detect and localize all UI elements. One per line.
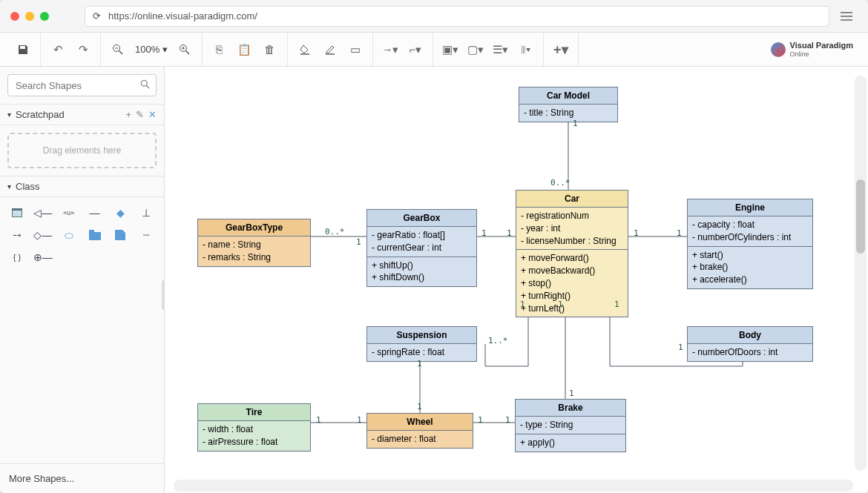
class-wheel[interactable]: Wheel - diameter : float bbox=[366, 413, 473, 449]
shape-ellipse[interactable]: ⬭ bbox=[59, 227, 79, 243]
zoom-in-button[interactable] bbox=[174, 39, 196, 61]
class-car-model[interactable]: Car Model - title : String bbox=[519, 87, 618, 122]
class-op: + shiftUp() bbox=[372, 259, 472, 272]
class-attr: - numberOfDoors : int bbox=[692, 346, 808, 359]
svg-point-9 bbox=[141, 80, 147, 86]
class-suspension[interactable]: Suspension - springRate : float bbox=[366, 326, 477, 362]
window-controls[interactable] bbox=[10, 12, 49, 21]
add-button[interactable]: +▾ bbox=[550, 39, 572, 61]
connector-style-button[interactable]: →▾ bbox=[379, 39, 401, 61]
add-icon[interactable]: + bbox=[125, 109, 131, 120]
redo-button[interactable]: ↷ bbox=[72, 39, 94, 61]
class-attr: - springRate : float bbox=[372, 346, 472, 359]
scratchpad-dropzone[interactable]: Drag elements here bbox=[7, 133, 157, 168]
multiplicity: 1 bbox=[507, 228, 512, 238]
collapse-icon[interactable]: ▾ bbox=[7, 110, 11, 119]
scratchpad-header[interactable]: ▾ Scratchpad + ✎ ✕ bbox=[0, 104, 164, 125]
reload-icon[interactable]: ⟳ bbox=[93, 10, 101, 21]
maximize-window-icon[interactable] bbox=[40, 12, 49, 21]
multiplicity: 1..* bbox=[488, 336, 508, 345]
shape-interface-ball[interactable]: ⊥ bbox=[137, 205, 156, 221]
multiplicity: 1 bbox=[505, 415, 510, 425]
align-button[interactable]: ☰▾ bbox=[490, 39, 512, 61]
shape-required-interface[interactable]: ⊕— bbox=[33, 249, 53, 265]
shape-note[interactable] bbox=[111, 227, 130, 243]
class-op: + moveForward() bbox=[521, 252, 623, 265]
class-attr: - remarks : String bbox=[203, 251, 306, 264]
to-back-button[interactable]: ▢▾ bbox=[464, 39, 487, 61]
class-engine[interactable]: Engine - capacity : float - numberOfCyli… bbox=[687, 199, 813, 289]
close-icon[interactable]: ✕ bbox=[148, 109, 157, 120]
shape-usage[interactable]: «u» bbox=[59, 205, 79, 221]
shape-dependency[interactable]: ⤍ bbox=[7, 227, 27, 243]
undo-button[interactable]: ↶ bbox=[47, 39, 69, 61]
multiplicity: 1 bbox=[478, 415, 483, 425]
search-icon[interactable] bbox=[140, 79, 151, 93]
logo-icon bbox=[771, 42, 786, 57]
shape-class[interactable] bbox=[7, 205, 27, 221]
multiplicity: 1 bbox=[316, 415, 321, 425]
shape-package[interactable] bbox=[85, 227, 105, 243]
shape-anchor[interactable]: ┈ bbox=[137, 227, 156, 243]
fill-color-button[interactable] bbox=[294, 39, 316, 61]
browser-bar: ⟳ https://online.visual-paradigm.com/ bbox=[0, 0, 868, 33]
svg-line-1 bbox=[119, 50, 123, 54]
multiplicity: 1 bbox=[677, 228, 682, 238]
delete-button[interactable]: 🗑 bbox=[259, 39, 281, 61]
svg-rect-12 bbox=[89, 230, 94, 233]
to-front-button[interactable]: ▣▾ bbox=[439, 39, 461, 61]
url-bar[interactable]: ⟳ https://online.visual-paradigm.com/ bbox=[85, 6, 829, 27]
class-tire[interactable]: Tire - width : float - airPressure : flo… bbox=[197, 403, 311, 451]
class-attr: - currentGear : int bbox=[372, 242, 472, 254]
collapse-icon[interactable]: ▾ bbox=[7, 182, 11, 191]
svg-rect-7 bbox=[300, 53, 309, 55]
multiplicity: 1 bbox=[634, 228, 639, 238]
svg-rect-11 bbox=[89, 232, 101, 240]
horizontal-scrollbar[interactable] bbox=[174, 480, 853, 492]
class-title: Body bbox=[688, 327, 812, 344]
svg-rect-8 bbox=[326, 53, 335, 55]
shape-association[interactable]: — bbox=[85, 205, 105, 221]
distribute-button[interactable]: ⫴▾ bbox=[515, 39, 537, 61]
canvas[interactable]: Car Model - title : String 1 0..* GearBo… bbox=[165, 67, 868, 493]
class-op: + turnRight() bbox=[521, 290, 623, 302]
class-palette-header[interactable]: ▾ Class bbox=[0, 176, 164, 197]
class-title: Wheel bbox=[367, 414, 473, 431]
copy-button[interactable]: ⎘ bbox=[208, 39, 231, 61]
class-title: Car Model bbox=[519, 87, 617, 105]
shadow-button[interactable]: ▭ bbox=[344, 39, 366, 61]
class-brake[interactable]: Brake - type : String + apply() bbox=[515, 399, 626, 452]
shape-diamond[interactable]: ◆ bbox=[111, 205, 130, 221]
shape-constraint[interactable]: { } bbox=[7, 249, 27, 265]
more-shapes-link[interactable]: More Shapes... bbox=[0, 463, 164, 493]
multiplicity: 1 bbox=[678, 343, 683, 352]
shape-generalization[interactable]: ◁— bbox=[33, 205, 53, 221]
brand-logo[interactable]: Visual ParadigmOnline bbox=[771, 42, 862, 58]
save-button[interactable] bbox=[12, 39, 34, 61]
class-op: + moveBackward() bbox=[521, 265, 623, 277]
multiplicity: 1 bbox=[357, 415, 362, 425]
class-attr: - gearRatio : float[] bbox=[372, 229, 472, 242]
class-gearbox[interactable]: GearBox - gearRatio : float[] - currentG… bbox=[366, 209, 477, 287]
waypoint-style-button[interactable]: ⌐▾ bbox=[404, 39, 427, 61]
class-body[interactable]: Body - numberOfDoors : int bbox=[687, 326, 813, 362]
class-title: GearBoxType bbox=[198, 219, 310, 236]
class-title: Suspension bbox=[367, 327, 476, 344]
minimize-window-icon[interactable] bbox=[25, 12, 34, 21]
class-attr: - airPressure : float bbox=[203, 436, 306, 449]
menu-icon[interactable] bbox=[835, 6, 858, 27]
class-title: Tire bbox=[198, 404, 310, 421]
line-color-button[interactable] bbox=[319, 39, 341, 61]
vertical-scrollbar[interactable] bbox=[855, 76, 867, 471]
paste-button[interactable]: 📋 bbox=[234, 39, 256, 61]
class-gearboxtype[interactable]: GearBoxType - name : String - remarks : … bbox=[197, 219, 311, 267]
search-input[interactable] bbox=[7, 74, 157, 96]
shape-aggregation[interactable]: ◇— bbox=[33, 227, 53, 243]
class-car[interactable]: Car - registrationNum - year : int - lic… bbox=[516, 190, 628, 317]
multiplicity: 1 bbox=[558, 300, 563, 309]
zoom-out-button[interactable] bbox=[107, 39, 129, 61]
main-area: ▾ Scratchpad + ✎ ✕ Drag elements here ▾ … bbox=[0, 67, 868, 493]
zoom-level[interactable]: 100% ▾ bbox=[132, 44, 171, 55]
close-window-icon[interactable] bbox=[10, 12, 19, 21]
edit-icon[interactable]: ✎ bbox=[136, 109, 144, 120]
